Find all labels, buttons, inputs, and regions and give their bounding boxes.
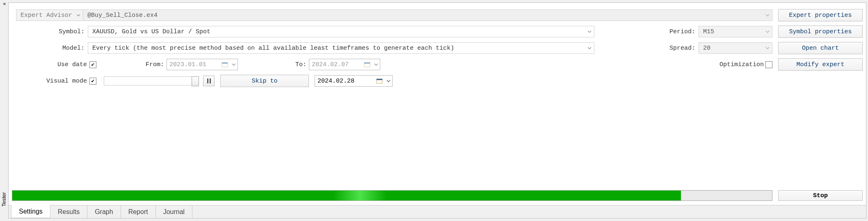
- visual-mode-label: Visual mode: [12, 78, 88, 85]
- tab-results[interactable]: Results: [50, 205, 87, 218]
- chevron-down-icon: [587, 30, 592, 33]
- period-value: M15: [703, 28, 714, 35]
- chevron-down-icon: [76, 14, 80, 16]
- expert-properties-button[interactable]: Expert properties: [778, 9, 863, 21]
- close-icon[interactable]: ×: [2, 2, 7, 7]
- expert-file-dropdown[interactable]: @Buy_Sell_Close.ex4: [83, 9, 772, 21]
- progress-fill: [12, 191, 681, 200]
- chevron-down-icon: [587, 47, 592, 49]
- chevron-down-icon: [765, 47, 770, 49]
- symbol-properties-button[interactable]: Symbol properties: [778, 25, 863, 38]
- model-dropdown[interactable]: Every tick (the most precise method base…: [88, 42, 594, 54]
- to-date-input[interactable]: 2024.02.07: [309, 59, 380, 70]
- speed-slider[interactable]: [104, 76, 199, 85]
- chevron-down-icon: [386, 80, 391, 82]
- tab-report[interactable]: Report: [121, 205, 156, 218]
- visual-mode-checkbox[interactable]: [89, 78, 96, 85]
- expert-file-value: @Buy_Sell_Close.ex4: [87, 12, 762, 19]
- skip-to-button[interactable]: Skip to: [220, 75, 309, 87]
- to-label: To:: [295, 61, 309, 68]
- use-date-label: Use date: [12, 61, 88, 68]
- svg-rect-1: [222, 62, 228, 64]
- calendar-icon: [363, 61, 371, 68]
- svg-rect-5: [377, 79, 382, 80]
- svg-rect-3: [364, 62, 370, 64]
- chevron-down-icon: [374, 63, 378, 66]
- modify-expert-button[interactable]: Modify expert: [778, 58, 863, 71]
- pause-button[interactable]: [203, 76, 215, 86]
- model-value: Every tick (the most precise method base…: [92, 45, 454, 52]
- chevron-down-icon: [765, 14, 770, 16]
- calendar-icon: [376, 78, 383, 84]
- model-label: Model:: [12, 45, 88, 52]
- to-date-value: 2024.02.07: [312, 61, 349, 68]
- from-date-input[interactable]: 2023.01.01: [167, 59, 238, 70]
- stop-button[interactable]: Stop: [778, 190, 863, 201]
- use-date-checkbox[interactable]: [89, 61, 96, 68]
- tab-journal[interactable]: Journal: [156, 205, 192, 218]
- tester-panel: Expert Advisor @Buy_Sell_Close.ex4 Exper…: [8, 2, 866, 219]
- expert-advisor-type-dropdown[interactable]: Expert Advisor: [16, 9, 83, 21]
- spread-dropdown[interactable]: 20: [699, 42, 772, 54]
- chevron-down-icon: [232, 63, 236, 66]
- spread-label: Spread:: [669, 45, 699, 52]
- tester-side-tab[interactable]: Tester: [1, 188, 7, 210]
- skip-to-date-input[interactable]: 2024.02.28: [315, 75, 393, 87]
- open-chart-button[interactable]: Open chart: [778, 42, 863, 54]
- tab-settings[interactable]: Settings: [11, 205, 50, 218]
- symbol-label: Symbol:: [12, 28, 88, 35]
- from-date-value: 2023.01.01: [169, 61, 206, 68]
- tab-graph[interactable]: Graph: [87, 205, 121, 218]
- skip-to-date-value: 2024.02.28: [318, 78, 354, 85]
- optimization-checkbox[interactable]: [765, 61, 772, 68]
- symbol-value: XAUUSD, Gold vs US Dollar / Spot: [92, 28, 210, 35]
- period-dropdown[interactable]: M15: [699, 26, 772, 37]
- slider-thumb[interactable]: [192, 76, 199, 86]
- expert-advisor-label: Expert Advisor: [21, 12, 72, 19]
- period-label: Period:: [669, 28, 699, 35]
- spread-value: 20: [703, 45, 710, 52]
- from-label: From:: [146, 61, 167, 68]
- chevron-down-icon: [765, 30, 770, 33]
- optimization-label: Optimization: [720, 61, 764, 68]
- calendar-icon: [221, 61, 228, 68]
- symbol-dropdown[interactable]: XAUUSD, Gold vs US Dollar / Spot: [88, 26, 594, 37]
- tabs-bar: Settings Results Graph Report Journal: [9, 205, 866, 218]
- progress-bar: [12, 190, 772, 201]
